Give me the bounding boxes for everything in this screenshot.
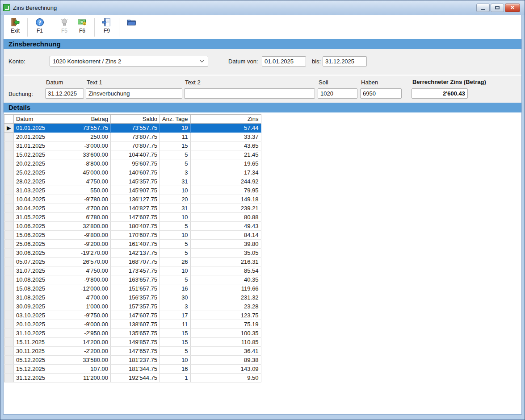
table-cell[interactable]: 45'000.00 (57, 168, 111, 177)
table-cell[interactable]: 73'557.75 (57, 124, 111, 133)
table-cell[interactable]: 21.45 (190, 150, 261, 159)
table-cell[interactable]: 15 (160, 338, 191, 347)
table-cell[interactable]: 550.00 (57, 186, 111, 195)
table-row[interactable]: 20.10.2025-9'000.00138'607.751175.19 (4, 320, 261, 329)
table-cell[interactable]: 161'407.75 (111, 240, 160, 249)
table-cell[interactable]: 147'607.75 (111, 213, 160, 222)
table-cell[interactable]: -3'000.00 (57, 141, 111, 150)
buchung-text2-input[interactable] (184, 88, 315, 99)
table-cell[interactable]: 15.11.2025 (14, 338, 57, 347)
konto-select[interactable]: 1020 Kontokorrent / Zins 2 (50, 56, 208, 67)
buchung-haben-input[interactable] (360, 88, 402, 99)
table-row[interactable]: 25.02.202545'000.00140'607.75317.34 (4, 168, 261, 177)
table-cell[interactable]: 73'557.75 (111, 124, 160, 133)
table-cell[interactable]: 20.02.2025 (14, 159, 57, 168)
table-cell[interactable]: 100.35 (190, 329, 261, 338)
table-cell[interactable]: -9'780.00 (57, 195, 111, 204)
table-cell[interactable]: 11 (160, 133, 191, 141)
table-row[interactable]: 30.04.20254'700.00140'827.7531239.21 (4, 204, 261, 213)
table-row[interactable]: 31.10.2025-2'950.00135'657.7515100.35 (4, 329, 261, 338)
table-cell[interactable]: 31.10.2025 (14, 329, 57, 338)
table-cell[interactable]: 138'607.75 (111, 320, 160, 329)
table-cell[interactable]: 239.21 (190, 204, 261, 213)
table-cell[interactable]: 4'750.00 (57, 177, 111, 186)
table-cell[interactable]: 30 (160, 293, 191, 302)
table-cell[interactable]: 156'357.75 (111, 293, 160, 302)
table-cell[interactable]: -9'750.00 (57, 311, 111, 320)
table-cell[interactable]: 216.31 (190, 258, 261, 266)
datum-von-input[interactable] (262, 56, 306, 67)
table-cell[interactable]: 20.10.2025 (14, 320, 57, 329)
table-cell[interactable]: 26 (160, 258, 191, 266)
maximize-button[interactable] (491, 4, 504, 12)
table-row[interactable]: 10.04.2025-9'780.00136'127.7520149.18 (4, 195, 261, 204)
table-cell[interactable]: 31.01.2025 (14, 141, 57, 150)
table-cell[interactable]: 173'457.75 (111, 266, 160, 275)
table-cell[interactable]: 5 (160, 347, 191, 356)
table-cell[interactable]: 151'657.75 (111, 284, 160, 293)
table-cell[interactable]: 31.07.2025 (14, 266, 57, 275)
table-cell[interactable]: 30.06.2025 (14, 249, 57, 258)
table-cell[interactable]: 5 (160, 249, 191, 258)
buchung-soll-input[interactable] (318, 88, 357, 99)
table-row[interactable]: 31.03.2025550.00145'907.751079.95 (4, 186, 261, 195)
table-cell[interactable]: 26'570.00 (57, 258, 111, 266)
table-row[interactable]: 30.11.2025-2'200.00147'657.75536.41 (4, 347, 261, 356)
table-row[interactable]: 15.08.2025-12'000.00151'657.7516119.66 (4, 284, 261, 293)
table-cell[interactable]: 135'657.75 (111, 329, 160, 338)
table-cell[interactable]: 3 (160, 168, 191, 177)
table-cell[interactable]: -2'200.00 (57, 347, 111, 356)
table-cell[interactable]: 95'607.75 (111, 159, 160, 168)
table-cell[interactable]: 31.12.2025 (14, 374, 57, 383)
table-cell[interactable]: 35.05 (190, 249, 261, 258)
table-cell[interactable]: -9'000.00 (57, 320, 111, 329)
table-cell[interactable]: 39.80 (190, 240, 261, 249)
table-cell[interactable]: 30.11.2025 (14, 347, 57, 356)
table-row[interactable]: 31.05.20256'780.00147'607.751080.88 (4, 213, 261, 222)
table-cell[interactable]: 15 (160, 141, 191, 150)
table-cell[interactable]: 10 (160, 266, 191, 275)
table-cell[interactable]: -2'950.00 (57, 329, 111, 338)
f6-button[interactable]: $ F6 (73, 17, 91, 34)
table-row[interactable]: 25.06.2025-9'200.00161'407.75539.80 (4, 240, 261, 249)
close-button[interactable]: ✕ (505, 4, 520, 12)
table-cell[interactable]: 5 (160, 222, 191, 231)
buchung-text1-input[interactable] (86, 88, 182, 99)
table-cell[interactable]: 104'407.75 (111, 150, 160, 159)
table-cell[interactable]: 107.00 (57, 365, 111, 374)
table-cell[interactable]: 9.50 (190, 374, 261, 383)
table-cell[interactable]: 4'700.00 (57, 204, 111, 213)
table-cell[interactable]: 143.09 (190, 365, 261, 374)
table-cell[interactable]: 4'750.00 (57, 266, 111, 275)
table-cell[interactable]: 140'827.75 (111, 204, 160, 213)
table-cell[interactable]: 49.43 (190, 222, 261, 231)
table-cell[interactable]: 30.04.2025 (14, 204, 57, 213)
table-row[interactable]: 15.11.202514'200.00149'857.7515110.85 (4, 338, 261, 347)
table-cell[interactable]: 15.08.2025 (14, 284, 57, 293)
table-cell[interactable]: 80.88 (190, 213, 261, 222)
table-cell[interactable]: 36.41 (190, 347, 261, 356)
table-cell[interactable]: 84.14 (190, 231, 261, 240)
table-cell[interactable]: 181'344.75 (111, 365, 160, 374)
table-cell[interactable]: 05.07.2025 (14, 258, 57, 266)
column-header-betrag[interactable]: Betrag (57, 115, 111, 124)
table-cell[interactable]: 140'607.75 (111, 168, 160, 177)
table-cell[interactable]: 6'780.00 (57, 213, 111, 222)
table-cell[interactable]: 70'807.75 (111, 141, 160, 150)
exit-button[interactable]: Exit (6, 17, 24, 34)
table-cell[interactable]: 79.95 (190, 186, 261, 195)
table-row[interactable]: 03.10.2025-9'750.00147'607.7517123.75 (4, 311, 261, 320)
table-cell[interactable]: 15 (160, 329, 191, 338)
table-cell[interactable]: 5 (160, 275, 191, 284)
table-cell[interactable]: -8'800.00 (57, 159, 111, 168)
table-cell[interactable]: 5 (160, 150, 191, 159)
table-cell[interactable]: 157'357.75 (111, 302, 160, 311)
table-cell[interactable]: 231.32 (190, 293, 261, 302)
table-cell[interactable]: 19.65 (190, 159, 261, 168)
table-row[interactable]: 10.06.202532'800.00180'407.75549.43 (4, 222, 261, 231)
table-row[interactable]: 05.07.202526'570.00168'707.7526216.31 (4, 258, 261, 266)
table-cell[interactable]: 25.02.2025 (14, 168, 57, 177)
table-cell[interactable]: 123.75 (190, 311, 261, 320)
table-cell[interactable]: 145'357.75 (111, 177, 160, 186)
table-cell[interactable]: 149.18 (190, 195, 261, 204)
